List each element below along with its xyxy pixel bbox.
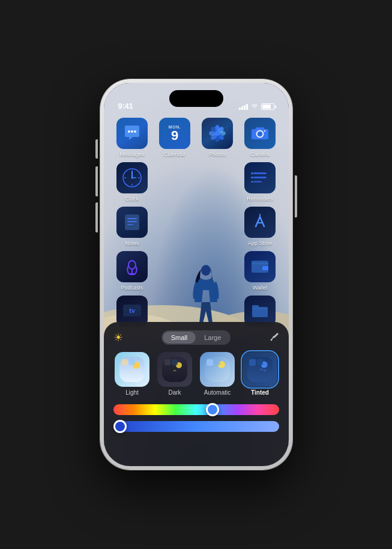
volume-up-button[interactable]: [95, 166, 98, 196]
photos-icon: [202, 118, 233, 149]
camera-icon: [244, 118, 276, 149]
theme-automatic-label: Automatic: [204, 389, 231, 396]
status-time: 9:41: [118, 102, 133, 111]
svg-point-4: [128, 130, 130, 133]
app-podcasts[interactable]: Podcasts: [113, 251, 151, 291]
messages-icon: [116, 118, 148, 149]
panel-top-row: ☀ Small Large: [113, 330, 279, 345]
app-notes[interactable]: Notes: [113, 207, 151, 246]
svg-rect-58: [172, 359, 178, 365]
svg-point-50: [270, 339, 272, 341]
svg-rect-66: [257, 359, 263, 365]
hue-thumb[interactable]: [206, 403, 219, 416]
small-size-button[interactable]: Small: [163, 332, 196, 344]
eyedropper-icon[interactable]: [270, 332, 279, 344]
photos-label: Photos: [209, 151, 226, 157]
theme-tinted-preview: [243, 352, 277, 387]
theme-light-preview: [115, 352, 149, 387]
phone-frame: 9:41: [100, 79, 292, 470]
reminders-icon: [244, 162, 276, 193]
app-appstore[interactable]: App Store: [241, 207, 279, 246]
svg-rect-54: [129, 359, 135, 365]
svg-point-17: [258, 132, 262, 136]
svg-point-18: [264, 130, 266, 132]
clock-icon: [116, 162, 148, 193]
signal-icon: [239, 104, 248, 110]
wifi-icon: [250, 103, 259, 111]
saturation-thumb[interactable]: [113, 420, 127, 433]
svg-point-31: [252, 177, 253, 178]
app-wallet[interactable]: Wallet: [241, 251, 279, 291]
svg-rect-27: [253, 172, 267, 174]
theme-light-label: Light: [125, 389, 139, 396]
app-messages[interactable]: Messages: [113, 118, 151, 157]
notes-icon: [116, 207, 148, 238]
theme-tinted-label: Tinted: [251, 389, 269, 396]
svg-rect-53: [122, 359, 128, 365]
large-size-button[interactable]: Large: [196, 332, 229, 344]
app-reminders[interactable]: Reminders: [241, 162, 279, 202]
theme-options: Light: [113, 352, 279, 396]
messages-label: Messages: [119, 151, 144, 157]
theme-dark[interactable]: Dark: [156, 352, 194, 396]
calendar-label: Calendar: [164, 151, 186, 157]
calendar-icon: MON. 9: [159, 118, 190, 149]
theme-tinted[interactable]: Tinted: [241, 352, 279, 396]
theme-automatic[interactable]: Automatic: [199, 352, 237, 396]
battery-icon: [261, 103, 274, 110]
app-grid: Messages MON. 9 Calendar: [113, 118, 279, 335]
svg-rect-34: [127, 218, 137, 219]
status-icons: [239, 103, 274, 111]
svg-rect-62: [214, 359, 220, 365]
svg-point-5: [131, 130, 133, 133]
podcasts-label: Podcasts: [121, 285, 143, 291]
brightness-icon[interactable]: ☀: [113, 331, 123, 344]
home-screen: 9:41: [104, 83, 289, 466]
svg-rect-65: [249, 359, 256, 366]
svg-rect-61: [207, 359, 213, 366]
svg-rect-29: [253, 181, 262, 183]
svg-point-6: [134, 130, 136, 133]
appstore-label: App Store: [248, 240, 272, 246]
hue-slider-wrap: [113, 404, 279, 432]
app-camera[interactable]: Camera: [241, 118, 279, 157]
app-photos[interactable]: Photos: [199, 118, 237, 157]
camera-label: Camera: [250, 151, 270, 157]
app-clock[interactable]: Clock: [113, 162, 151, 202]
svg-rect-57: [164, 359, 170, 365]
svg-rect-28: [253, 177, 267, 178]
theme-dark-label: Dark: [168, 389, 181, 396]
theme-light[interactable]: Light: [113, 352, 151, 396]
svg-rect-36: [127, 224, 133, 225]
app-calendar[interactable]: MON. 9 Calendar: [156, 118, 194, 157]
notes-label: Notes: [125, 240, 139, 246]
volume-down-button[interactable]: [95, 202, 98, 232]
svg-rect-35: [127, 221, 137, 222]
power-button[interactable]: [295, 175, 297, 217]
podcasts-icon: [116, 251, 148, 282]
saturation-slider[interactable]: [113, 421, 279, 432]
wallet-icon: [244, 251, 276, 282]
svg-line-37: [256, 217, 260, 226]
customization-panel: ☀ Small Large: [104, 322, 289, 466]
hue-slider[interactable]: [113, 404, 279, 415]
mute-button[interactable]: [95, 139, 98, 159]
appstore-icon: [244, 207, 276, 238]
svg-point-15: [215, 131, 220, 136]
svg-line-38: [260, 217, 264, 226]
clock-label: Clock: [125, 196, 139, 202]
svg-rect-45: [262, 266, 268, 270]
svg-point-30: [252, 172, 253, 174]
svg-point-32: [252, 181, 253, 183]
size-toggle: Small Large: [161, 330, 231, 345]
theme-dark-preview: [157, 352, 192, 387]
wallet-label: Wallet: [253, 285, 268, 291]
dynamic-island: [169, 90, 223, 107]
svg-text:tv: tv: [129, 307, 136, 314]
theme-automatic-preview: [200, 352, 235, 387]
svg-point-41: [128, 261, 136, 269]
reminders-label: Reminders: [247, 196, 273, 202]
phone-screen: 9:41: [104, 83, 289, 466]
